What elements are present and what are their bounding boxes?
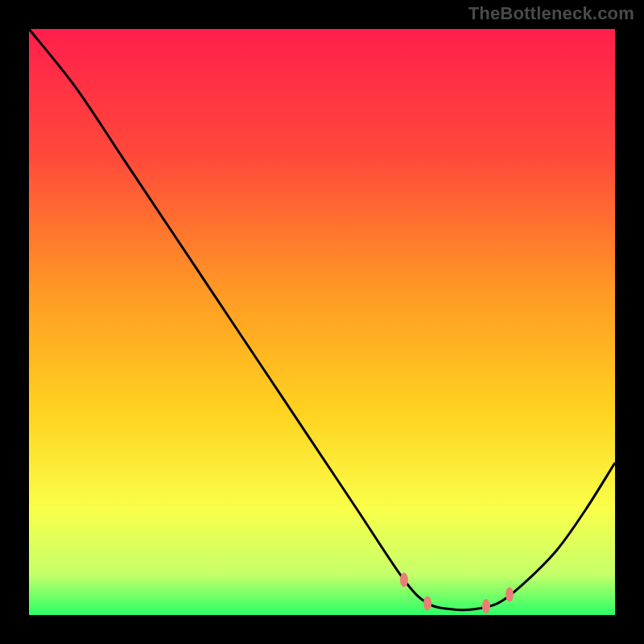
curve-bead — [400, 572, 408, 587]
curve-bead — [506, 588, 514, 602]
plot-area — [29, 29, 615, 615]
bottleneck-chart — [29, 29, 615, 615]
curve-bead — [423, 596, 431, 610]
chart-frame: TheBottleneck.com — [0, 0, 644, 644]
attribution-label: TheBottleneck.com — [469, 3, 634, 24]
curve-bead — [482, 599, 490, 613]
gradient-background — [29, 29, 615, 615]
